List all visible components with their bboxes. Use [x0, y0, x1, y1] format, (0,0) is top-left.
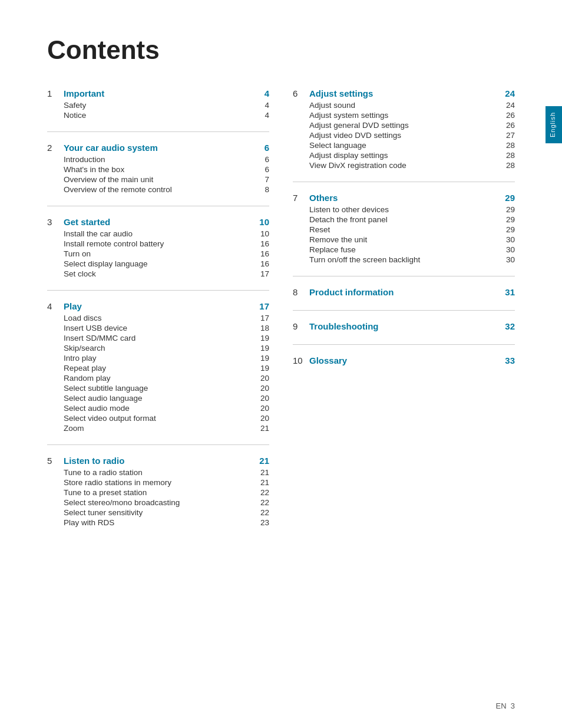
toc-item: Select audio mode20	[47, 404, 269, 413]
item-label: Adjust video DVD settings	[309, 131, 497, 140]
toc-item: Play with RDS23	[47, 518, 269, 527]
item-label: Adjust general DVD settings	[309, 121, 497, 130]
item-label: Overview of the remote control	[64, 185, 252, 194]
section-header: 8Product information31	[293, 287, 515, 297]
item-label: Select audio mode	[64, 404, 252, 413]
item-label: Turn on	[64, 249, 252, 258]
toc-item: Introduction6	[47, 155, 269, 164]
item-page: 21	[252, 478, 269, 487]
item-label: Tune to a radio station	[64, 468, 252, 477]
footer-page: 3	[511, 701, 515, 710]
toc-section: 6Adjust settings24Adjust sound24Adjust s…	[293, 88, 515, 182]
toc-item: Adjust system settings26	[293, 111, 515, 120]
section-title: Your car audio system	[64, 143, 252, 153]
item-label: Select display language	[64, 259, 252, 268]
toc-item: Insert SD/MMC card19	[47, 334, 269, 342]
item-page: 4	[252, 101, 269, 110]
section-page: 24	[497, 88, 515, 98]
item-page: 20	[252, 384, 269, 393]
toc-item: Turn on16	[47, 249, 269, 258]
item-page: 17	[252, 269, 269, 278]
item-label: Adjust display settings	[309, 151, 497, 160]
item-page: 29	[497, 205, 515, 214]
section-page: 33	[497, 355, 515, 365]
toc-item: Adjust general DVD settings26	[293, 121, 515, 130]
item-page: 28	[497, 151, 515, 160]
footer: EN 3	[495, 701, 515, 710]
section-header: 2Your car audio system6	[47, 143, 269, 153]
item-page: 30	[497, 255, 515, 264]
toc-item: Overview of the main unit7	[47, 175, 269, 184]
toc-item: Tune to a radio station21	[47, 468, 269, 477]
item-label: Insert SD/MMC card	[64, 334, 252, 342]
section-header: 4Play17	[47, 301, 269, 311]
section-header: 3Get started10	[47, 217, 269, 227]
section-header: 1Important4	[47, 88, 269, 98]
toc-item: Select language28	[293, 141, 515, 150]
item-page: 10	[252, 229, 269, 238]
toc-section: 9Troubleshooting32	[293, 321, 515, 345]
item-page: 30	[497, 235, 515, 244]
section-title: Play	[64, 301, 252, 311]
item-page: 20	[252, 394, 269, 403]
section-page: 21	[252, 456, 269, 466]
item-page: 26	[497, 121, 515, 130]
toc-item: Tune to a preset station22	[47, 488, 269, 497]
section-number: 1	[47, 88, 64, 98]
toc-item: Select audio language20	[47, 394, 269, 403]
item-page: 29	[497, 215, 515, 224]
section-title: Adjust settings	[309, 88, 497, 98]
item-label: Tune to a preset station	[64, 488, 252, 497]
toc-item: Select video output format20	[47, 414, 269, 423]
section-page: 6	[252, 143, 269, 153]
toc-item: Notice4	[47, 111, 269, 120]
item-page: 27	[497, 131, 515, 140]
section-number: 2	[47, 143, 64, 153]
toc-item: Select tuner sensitivity22	[47, 508, 269, 517]
toc-right: 6Adjust settings24Adjust sound24Adjust s…	[293, 88, 515, 549]
item-label: Select audio language	[64, 394, 252, 403]
item-label: Introduction	[64, 155, 252, 164]
item-page: 8	[252, 185, 269, 194]
item-page: 19	[252, 344, 269, 353]
toc-container: 1Important4Safety4Notice42Your car audio…	[47, 88, 515, 549]
section-page: 10	[252, 217, 269, 227]
item-label: Play with RDS	[64, 518, 252, 527]
item-label: Adjust system settings	[309, 111, 497, 120]
section-header: 6Adjust settings24	[293, 88, 515, 98]
toc-left: 1Important4Safety4Notice42Your car audio…	[47, 88, 269, 549]
item-label: Intro play	[64, 354, 252, 363]
section-title: Important	[64, 88, 252, 98]
toc-section: 1Important4Safety4Notice4	[47, 88, 269, 132]
item-page: 21	[252, 424, 269, 433]
toc-item: Adjust display settings28	[293, 151, 515, 160]
item-page: 21	[252, 468, 269, 477]
item-page: 28	[497, 161, 515, 170]
section-number: 7	[293, 193, 309, 203]
item-label: Listen to other devices	[309, 205, 497, 214]
toc-section: 10Glossary33	[293, 355, 515, 378]
item-label: Notice	[64, 111, 252, 120]
item-page: 30	[497, 245, 515, 254]
toc-item: Reset29	[293, 225, 515, 234]
item-page: 20	[252, 414, 269, 423]
section-number: 10	[293, 355, 309, 365]
item-label: Detach the front panel	[309, 215, 497, 224]
item-label: Select stereo/mono broadcasting	[64, 498, 252, 507]
page-title: Contents	[47, 35, 515, 65]
section-page: 17	[252, 301, 269, 311]
toc-item: Store radio stations in memory21	[47, 478, 269, 487]
section-number: 9	[293, 321, 309, 331]
item-label: What's in the box	[64, 165, 252, 174]
item-page: 29	[497, 225, 515, 234]
toc-item: Adjust video DVD settings27	[293, 131, 515, 140]
item-page: 19	[252, 334, 269, 342]
item-label: Remove the unit	[309, 235, 497, 244]
section-header: 7Others29	[293, 193, 515, 203]
toc-item: What's in the box6	[47, 165, 269, 174]
item-label: Select subtitle language	[64, 384, 252, 393]
toc-item: Repeat play19	[47, 364, 269, 373]
item-page: 20	[252, 374, 269, 383]
section-title: Troubleshooting	[309, 321, 497, 331]
item-page: 22	[252, 488, 269, 497]
